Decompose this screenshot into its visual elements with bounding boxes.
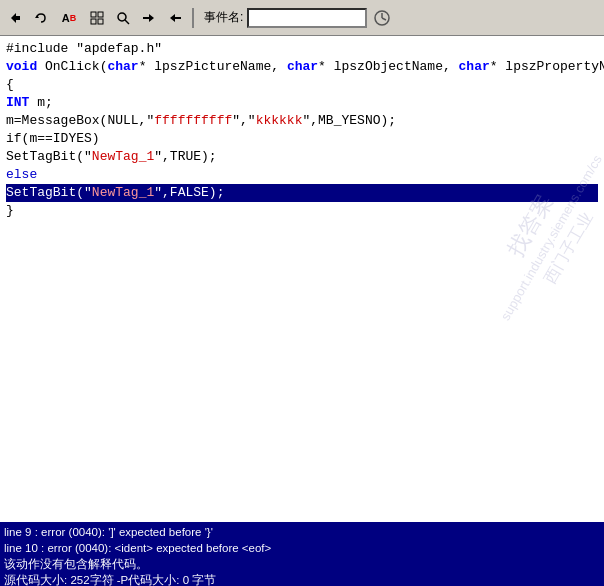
- svg-rect-1: [16, 16, 20, 20]
- magnify-icon[interactable]: [112, 7, 134, 29]
- import-icon[interactable]: [138, 7, 160, 29]
- svg-line-15: [382, 18, 386, 20]
- event-label: 事件名:: [204, 9, 243, 26]
- status-line-3: 该动作没有包含解释代码。: [4, 556, 600, 572]
- event-input[interactable]: [247, 8, 367, 28]
- clock-icon[interactable]: [371, 7, 393, 29]
- svg-rect-6: [98, 19, 103, 24]
- status-line-2: line 10 : error (0040): <ident> expected…: [4, 540, 600, 556]
- svg-marker-10: [149, 14, 154, 22]
- code-line-2: void OnClick(char* lpszPictureName, char…: [6, 58, 598, 76]
- code-line-3: {: [6, 76, 598, 94]
- svg-rect-3: [91, 12, 96, 17]
- separator: [192, 8, 194, 28]
- code-line-1: #include "apdefap.h": [6, 40, 598, 58]
- export-icon[interactable]: [164, 7, 186, 29]
- code-line-5: m=MessageBox(NULL,"ffffffffff","kkkkkk",…: [6, 112, 598, 130]
- code-line-8: else: [6, 166, 598, 184]
- code-line-6: if(m==IDYES): [6, 130, 598, 148]
- toolbar: AB 事件名:: [0, 0, 604, 36]
- svg-marker-0: [11, 13, 16, 23]
- back-button[interactable]: [4, 7, 26, 29]
- svg-line-8: [125, 20, 129, 24]
- svg-marker-12: [170, 14, 175, 22]
- grid-icon: [86, 7, 108, 29]
- code-editor[interactable]: #include "apdefap.h" void OnClick(char* …: [0, 36, 604, 522]
- svg-rect-4: [98, 12, 103, 17]
- svg-point-7: [118, 13, 126, 21]
- undo-button[interactable]: [30, 7, 52, 29]
- svg-rect-5: [91, 19, 96, 24]
- status-bar: line 9 : error (0040): ']' expected befo…: [0, 522, 604, 586]
- code-line-4: INT m;: [6, 94, 598, 112]
- code-line-10: }: [6, 202, 598, 220]
- code-line-7: SetTagBit("NewTag_1",TRUE);: [6, 148, 598, 166]
- status-line-4: 源代码大小: 252字符 -P代码大小: 0 字节: [4, 572, 600, 586]
- status-line-1: line 9 : error (0040): ']' expected befo…: [4, 524, 600, 540]
- code-line-9: SetTagBit("NewTag_1",FALSE);: [6, 184, 598, 202]
- text-icon: AB: [56, 7, 82, 29]
